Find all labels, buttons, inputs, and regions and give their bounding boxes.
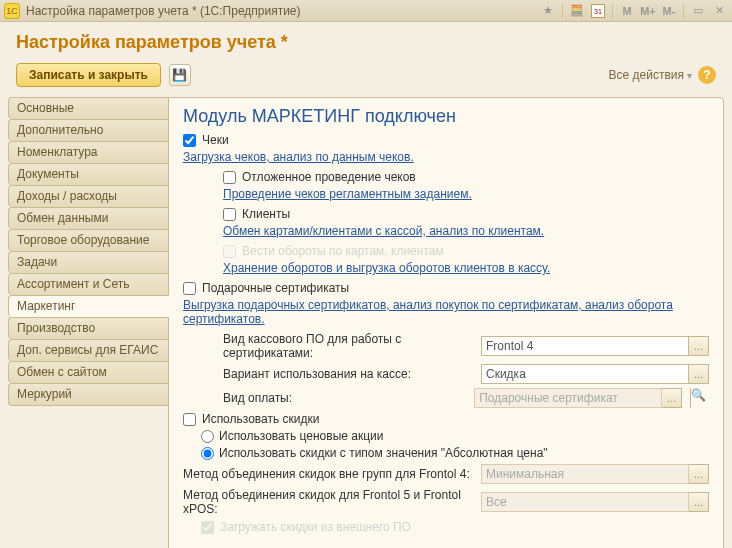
pay-combo: … bbox=[474, 388, 682, 408]
tab-номенклатура[interactable]: Номенклатура bbox=[8, 141, 168, 163]
window-title: Настройка параметров учета * (1С:Предпри… bbox=[26, 4, 539, 18]
merge-f5-select-button[interactable]: … bbox=[689, 492, 709, 512]
save-and-close-button[interactable]: Записать и закрыть bbox=[16, 63, 161, 87]
turnover-checkbox-row: Вести обороты по картам, клиентам bbox=[223, 244, 709, 258]
deferred-checkbox-row[interactable]: Отложенное проведение чеков bbox=[223, 170, 709, 184]
all-actions-dropdown[interactable]: Все действия bbox=[609, 68, 692, 82]
tab-документы[interactable]: Документы bbox=[8, 163, 168, 185]
deferred-link[interactable]: Проведение чеков регламентным заданием. bbox=[223, 187, 709, 201]
panel-heading: Модуль МАРКЕТИНГ подключен bbox=[183, 106, 709, 127]
merge-f5-label: Метод объединения скидок для Frontol 5 и… bbox=[183, 488, 473, 516]
tab-меркурий[interactable]: Меркурий bbox=[8, 383, 168, 406]
cheki-checkbox[interactable] bbox=[183, 134, 196, 147]
clients-link[interactable]: Обмен картами/клиентами с кассой, анализ… bbox=[223, 224, 709, 238]
use-discounts-label: Использовать скидки bbox=[202, 412, 319, 426]
memory-mplus-button[interactable]: M+ bbox=[639, 3, 657, 19]
use-discounts-checkbox[interactable] bbox=[183, 413, 196, 426]
merge-out-combo: … bbox=[481, 464, 709, 484]
radio-price-label: Использовать ценовые акции bbox=[219, 429, 383, 443]
tab-торговое-оборудование[interactable]: Торговое оборудование bbox=[8, 229, 168, 251]
tab-задачи[interactable]: Задачи bbox=[8, 251, 168, 273]
merge-f5-input bbox=[481, 492, 689, 512]
cert-soft-combo[interactable]: … bbox=[481, 336, 709, 356]
radio-abs-row[interactable]: Использовать скидки с типом значения "Аб… bbox=[201, 446, 709, 460]
app-icon: 1C bbox=[4, 3, 20, 19]
calc-icon[interactable]: 🧮 bbox=[568, 3, 586, 19]
tab-обмен-с-сайтом[interactable]: Обмен с сайтом bbox=[8, 361, 168, 383]
gift-checkbox[interactable] bbox=[183, 282, 196, 295]
tab-основные[interactable]: Основные bbox=[8, 97, 168, 119]
turnover-checkbox bbox=[223, 245, 236, 258]
nav-tabs: ОсновныеДополнительноНоменклатураДокумен… bbox=[8, 97, 168, 548]
usage-combo[interactable]: … bbox=[481, 364, 709, 384]
pay-label: Вид оплаты: bbox=[223, 391, 466, 405]
cheki-label: Чеки bbox=[202, 133, 229, 147]
radio-price[interactable] bbox=[201, 430, 214, 443]
tab-ассортимент-и-сеть[interactable]: Ассортимент и Сеть bbox=[8, 273, 168, 295]
tab-обмен-данными[interactable]: Обмен данными bbox=[8, 207, 168, 229]
tab-маркетинг[interactable]: Маркетинг bbox=[8, 295, 169, 317]
calendar-icon[interactable]: 31 bbox=[589, 3, 607, 19]
pay-input bbox=[474, 388, 662, 408]
radio-abs[interactable] bbox=[201, 447, 214, 460]
titlebar: 1C Настройка параметров учета * (1С:Пред… bbox=[0, 0, 732, 22]
close-button[interactable]: ✕ bbox=[710, 3, 728, 19]
pay-select-button[interactable]: … bbox=[662, 388, 682, 408]
cert-soft-input[interactable] bbox=[481, 336, 689, 356]
page-title: Настройка параметров учета * bbox=[16, 32, 716, 53]
load-ext-label: Загружать скидки из внешнего ПО bbox=[220, 520, 411, 534]
memory-m-button[interactable]: M bbox=[618, 3, 636, 19]
merge-out-label: Метод объединения скидок вне групп для F… bbox=[183, 467, 473, 481]
usage-label: Вариант использования на кассе: bbox=[223, 367, 473, 381]
memory-mminus-button[interactable]: M- bbox=[660, 3, 678, 19]
tab-доходы-расходы[interactable]: Доходы / расходы bbox=[8, 185, 168, 207]
merge-f5-combo: … bbox=[481, 492, 709, 512]
cert-soft-label: Вид кассового ПО для работы с сертификат… bbox=[223, 332, 473, 360]
pay-open-button[interactable]: 🔍 bbox=[690, 388, 709, 408]
page-header: Настройка параметров учета * bbox=[0, 22, 732, 59]
cheki-desc-link[interactable]: Загрузка чеков, анализ по данным чеков. bbox=[183, 150, 709, 164]
merge-out-select-button[interactable]: … bbox=[689, 464, 709, 484]
clients-label: Клиенты bbox=[242, 207, 290, 221]
clients-checkbox[interactable] bbox=[223, 208, 236, 221]
gift-checkbox-row[interactable]: Подарочные сертификаты bbox=[183, 281, 709, 295]
radio-price-row[interactable]: Использовать ценовые акции bbox=[201, 429, 709, 443]
help-button[interactable]: ? bbox=[698, 66, 716, 84]
content-panel: Модуль МАРКЕТИНГ подключен Чеки Загрузка… bbox=[168, 97, 724, 548]
merge-out-input bbox=[481, 464, 689, 484]
save-icon-button[interactable]: 💾 bbox=[169, 64, 191, 86]
load-ext-checkbox bbox=[201, 521, 214, 534]
cert-soft-select-button[interactable]: … bbox=[689, 336, 709, 356]
clients-checkbox-row[interactable]: Клиенты bbox=[223, 207, 709, 221]
favorite-icon[interactable]: ★ bbox=[539, 3, 557, 19]
usage-input[interactable] bbox=[481, 364, 689, 384]
tab-дополнительно[interactable]: Дополнительно bbox=[8, 119, 168, 141]
titlebar-controls: ★ 🧮 31 M M+ M- ▭ ✕ bbox=[539, 3, 728, 19]
turnover-link[interactable]: Хранение оборотов и выгрузка оборотов кл… bbox=[223, 261, 709, 275]
minimize-button[interactable]: ▭ bbox=[689, 3, 707, 19]
deferred-checkbox[interactable] bbox=[223, 171, 236, 184]
use-discounts-checkbox-row[interactable]: Использовать скидки bbox=[183, 412, 709, 426]
gift-desc-link[interactable]: Выгрузка подарочных сертификатов, анализ… bbox=[183, 298, 709, 326]
load-ext-checkbox-row: Загружать скидки из внешнего ПО bbox=[201, 520, 709, 534]
deferred-label: Отложенное проведение чеков bbox=[242, 170, 416, 184]
cheki-checkbox-row[interactable]: Чеки bbox=[183, 133, 709, 147]
toolbar: Записать и закрыть 💾 Все действия ? bbox=[0, 59, 732, 97]
gift-label: Подарочные сертификаты bbox=[202, 281, 349, 295]
turnover-label: Вести обороты по картам, клиентам bbox=[242, 244, 444, 258]
radio-abs-label: Использовать скидки с типом значения "Аб… bbox=[219, 446, 548, 460]
usage-select-button[interactable]: … bbox=[689, 364, 709, 384]
tab-производство[interactable]: Производство bbox=[8, 317, 168, 339]
tab-доп-сервисы-для-егаис[interactable]: Доп. сервисы для ЕГАИС bbox=[8, 339, 168, 361]
